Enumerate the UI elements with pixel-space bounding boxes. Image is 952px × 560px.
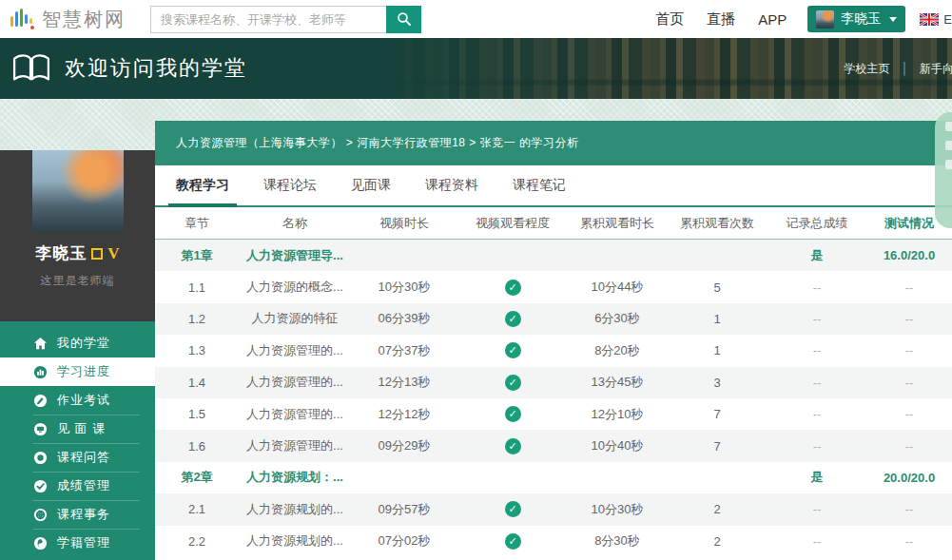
table-row: 1.3 人力资源管理的... 07分37秒 ✓ 8分20秒 1 -- --	[155, 335, 952, 366]
cell-section: 2.1	[155, 502, 239, 516]
user-dropdown[interactable]: 李晓玉	[807, 6, 905, 32]
cell-test-status: --	[866, 376, 952, 390]
nav-app-link[interactable]: APP	[758, 11, 787, 28]
tab-meeting-class[interactable]: 见面课	[351, 165, 391, 205]
cell-section: 1.6	[155, 439, 239, 454]
sidebar-item-label: 课程事务	[57, 506, 110, 523]
cell-watch-count: 5	[667, 280, 767, 295]
sidebar-item-homework-exam[interactable]: 作业考试	[0, 386, 155, 415]
column-header-video-duration: 视频时长	[351, 215, 457, 232]
newbie-guide-link[interactable]: 新手向导	[920, 61, 952, 77]
cell-name: 人力资源规划：...	[239, 469, 351, 486]
cell-recorded-score: --	[767, 407, 866, 421]
cell-name: 人力资源管理的...	[239, 437, 351, 454]
cell-test-status: --	[866, 312, 952, 326]
sidebar-item-learning-progress[interactable]: 学习进度	[0, 357, 155, 386]
banner-title: 欢迎访问我的学堂	[65, 54, 247, 83]
cell-video-duration: 07分37秒	[351, 342, 457, 359]
cell-watch-count: 1	[667, 312, 767, 326]
sidebar-item-student-roster[interactable]: 学籍管理	[0, 529, 155, 557]
cell-watch-degree: ✓	[457, 406, 568, 422]
cell-section: 2.2	[155, 534, 239, 549]
cell-name: 人力资源管理导...	[239, 247, 351, 264]
cell-test-status: --	[866, 407, 952, 421]
cell-section: 第1章	[155, 247, 239, 264]
sidebar-item-course-affairs[interactable]: 课程事务	[0, 500, 155, 529]
school-home-link[interactable]: 学校主页	[845, 61, 890, 77]
cell-recorded-score: --	[767, 534, 866, 549]
cell-test-status: --	[866, 343, 952, 357]
cell-total-time: 10分40秒	[568, 437, 667, 454]
sidebar-menu: 我的学堂 学习进度 作业考试 见 面 课 课程问答	[0, 321, 155, 560]
sidebar-item-label: 我的学堂	[57, 335, 110, 352]
brand-name: 智慧树网	[42, 7, 126, 32]
sidebar-item-my-classroom[interactable]: 我的学堂	[0, 329, 155, 357]
cell-recorded-score: 是	[767, 247, 866, 264]
watched-check-icon: ✓	[505, 375, 521, 391]
profile-avatar	[32, 150, 124, 232]
floating-widget[interactable]	[935, 112, 952, 228]
nav-live-link[interactable]: 直播	[707, 10, 735, 29]
table-row: 1.4 人力资源管理的... 12分13秒 ✓ 13分45秒 3 -- --	[155, 367, 952, 398]
cell-watch-count: 7	[667, 439, 767, 454]
floating-widget-dot	[945, 141, 952, 150]
table-row: 1.2 人力资源的特征 06分39秒 ✓ 6分30秒 1 -- --	[155, 303, 952, 335]
search-button[interactable]	[386, 6, 421, 33]
profile-subtitle: 这里是老师端	[0, 273, 155, 289]
watched-check-icon: ✓	[505, 533, 521, 550]
table-row: 第1章 人力资源管理导... 是 16.0/20.0	[155, 240, 952, 271]
cell-name: 人力资源规划的...	[239, 501, 351, 518]
profile-name: 李晓玉	[35, 242, 87, 264]
tab-course-learning[interactable]: 教程学习	[176, 165, 229, 205]
brand-logo[interactable]: 智慧树网	[10, 7, 126, 32]
floating-widget-dot	[945, 160, 952, 169]
language-switcher[interactable]: E	[920, 12, 952, 27]
course-qa-icon	[32, 451, 49, 465]
sidebar-item-course-qa[interactable]: 课程问答	[0, 443, 155, 472]
cell-test-status: --	[866, 439, 952, 454]
student-roster-icon	[32, 536, 49, 550]
column-header-name: 名称	[239, 215, 351, 232]
sidebar-item-label: 见 面 课	[57, 420, 106, 437]
floating-widget-dot	[945, 122, 952, 131]
tab-course-notes[interactable]: 课程笔记	[513, 165, 566, 205]
open-book-icon	[11, 53, 51, 84]
cell-recorded-score: --	[767, 343, 866, 357]
breadcrumb: 人力资源管理（上海海事大学） > 河南大学行政管理18 > 张竞一 的学习分析	[155, 121, 952, 165]
cell-name: 人力资源管理的...	[239, 342, 351, 359]
sidebar-item-label: 学习进度	[57, 363, 110, 380]
cell-video-duration: 09分57秒	[351, 501, 457, 518]
cell-total-time: 8分20秒	[568, 342, 667, 359]
homework-exam-icon	[32, 394, 49, 408]
cell-section: 1.2	[155, 312, 239, 326]
cell-video-duration: 12分13秒	[351, 374, 457, 391]
cell-test-status: --	[866, 280, 952, 295]
cell-total-time: 12分10秒	[568, 406, 667, 423]
watched-check-icon: ✓	[505, 501, 521, 517]
cell-recorded-score: --	[767, 280, 866, 295]
cell-video-duration: 06分39秒	[351, 310, 457, 327]
cell-total-time: 13分45秒	[568, 374, 667, 391]
sidebar-item-meeting-class[interactable]: 见 面 课	[0, 415, 155, 443]
search-input[interactable]	[150, 6, 386, 33]
content-panel: 教程学习 课程论坛 见面课 课程资料 课程笔记 章节 名称 视频时长 视频观看程…	[155, 165, 952, 560]
watched-check-icon: ✓	[505, 342, 521, 358]
cell-section: 1.3	[155, 343, 239, 357]
tab-course-forum[interactable]: 课程论坛	[263, 165, 317, 205]
nav-home-link[interactable]: 首页	[655, 10, 684, 29]
top-nav: 首页 直播 APP	[655, 10, 787, 29]
banner-links: 学校主页 │ 新手向导	[845, 38, 952, 99]
cell-section: 1.1	[155, 280, 239, 295]
logo-bars-icon	[10, 7, 35, 32]
cell-watch-count: 1	[667, 343, 767, 357]
cell-watch-count: 3	[667, 376, 767, 390]
banner-links-divider: │	[902, 62, 909, 75]
breadcrumb-text: 人力资源管理（上海海事大学） > 河南大学行政管理18 > 张竞一 的学习分析	[176, 135, 579, 151]
tab-course-materials[interactable]: 课程资料	[425, 165, 478, 205]
meeting-class-icon	[32, 422, 49, 436]
cell-test-status: 16.0/20.0	[866, 248, 952, 262]
sidebar-item-grade-management[interactable]: 成绩管理	[0, 472, 155, 500]
watched-check-icon: ✓	[505, 311, 521, 327]
tab-bar: 教程学习 课程论坛 见面课 课程资料 课程笔记	[155, 165, 952, 207]
column-header-total-watch-time: 累积观看时长	[568, 215, 667, 232]
